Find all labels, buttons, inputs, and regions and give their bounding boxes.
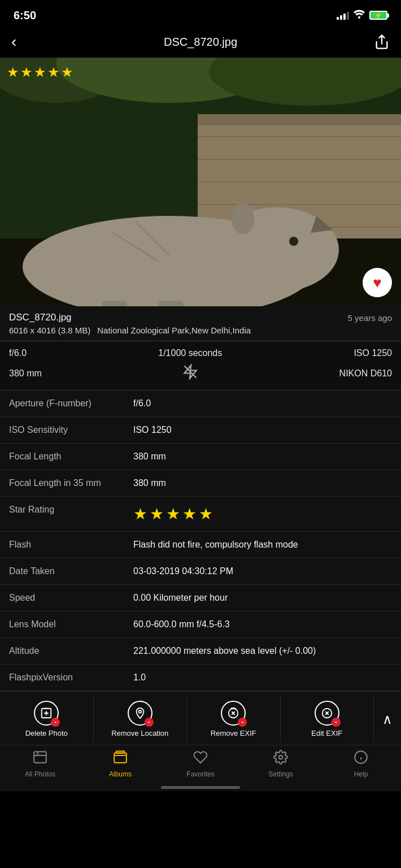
exif-value-lens: 60.0-600.0 mm f/4.5-6.3: [133, 619, 392, 630]
exif-row-date: Date Taken 03-03-2019 04:30:12 PM: [0, 558, 401, 585]
tab-settings-label: Settings: [268, 770, 293, 778]
remove-exif-button[interactable]: - Remove EXIF: [187, 696, 281, 743]
edit-exif-badge: -: [332, 718, 341, 727]
flash-off-icon: [182, 364, 198, 383]
exif-row-flashpix: FlashpixVersion 1.0: [0, 665, 401, 691]
all-photos-icon: [33, 750, 47, 768]
exif-star-5: ★: [199, 505, 213, 523]
edit-exif-icon-wrap: -: [315, 701, 339, 726]
exif-star-1: ★: [133, 505, 147, 523]
tab-all-photos[interactable]: All Photos: [0, 750, 80, 778]
svg-point-26: [138, 710, 141, 713]
exif-star-4: ★: [182, 505, 197, 523]
exif-row-focal: Focal Length 380 mm: [0, 444, 401, 470]
home-bar: [161, 786, 240, 789]
photo-info-row1: DSC_8720.jpg 5 years ago: [9, 312, 392, 323]
exif-row-stars: Star Rating ★ ★ ★ ★ ★: [0, 497, 401, 532]
exif-label-flash: Flash: [9, 540, 133, 550]
exif-label-altitude: Altitude: [9, 646, 133, 656]
photo-image: ★ ★ ★ ★ ★ ♥: [0, 58, 401, 306]
svg-rect-33: [116, 751, 124, 753]
exif-table: Aperture (F-number) f/6.0 ISO Sensitivit…: [0, 390, 401, 691]
specs-row-2: 380 mm NIKON D610: [9, 364, 392, 383]
svg-point-18: [289, 237, 298, 246]
help-icon: [354, 750, 368, 768]
exif-row-focal35: Focal Length in 35 mm 380 mm: [0, 470, 401, 497]
status-time: 6:50: [14, 9, 36, 22]
tab-favorites[interactable]: Favorites: [160, 750, 241, 778]
exif-label-iso: ISO Sensitivity: [9, 425, 133, 435]
svg-point-0: [358, 16, 360, 19]
tab-bar: All Photos Albums Favorites Settings: [0, 745, 401, 782]
star-3: ★: [34, 64, 46, 80]
star-4: ★: [47, 64, 60, 80]
exif-label-stars: Star Rating: [9, 505, 133, 515]
chevron-up-button[interactable]: ∧: [374, 696, 401, 743]
exif-label-flashpix: FlashpixVersion: [9, 672, 133, 683]
star-2: ★: [20, 64, 33, 80]
specs-row-1: f/6.0 1/1000 seconds ISO 1250: [9, 348, 392, 358]
exif-row-altitude: Altitude 221.000000 meters above sea lev…: [0, 638, 401, 665]
photo-age: 5 years ago: [348, 313, 392, 323]
exif-value-iso: ISO 1250: [133, 425, 392, 435]
tab-settings[interactable]: Settings: [241, 750, 321, 778]
star-rating-row: ★ ★ ★ ★ ★: [133, 505, 392, 523]
exif-row-lens: Lens Model 60.0-600.0 mm f/4.5-6.3: [0, 611, 401, 638]
exif-value-flash: Flash did not fire, compulsory flash mod…: [133, 540, 392, 550]
status-icons: ⚡: [337, 10, 387, 21]
star-1: ★: [7, 64, 19, 80]
remove-location-badge: -: [145, 718, 154, 727]
iso-spec: ISO 1250: [354, 348, 392, 358]
battery-icon: ⚡: [369, 11, 387, 20]
heart-button[interactable]: ♥: [363, 268, 392, 297]
exif-label-focal35: Focal Length in 35 mm: [9, 478, 133, 488]
tab-favorites-label: Favorites: [186, 770, 214, 778]
chevron-up-icon: ∧: [382, 711, 393, 727]
exif-star-2: ★: [150, 505, 164, 523]
exif-value-flashpix: 1.0: [133, 672, 392, 683]
shutter-spec: 1/1000 seconds: [158, 348, 222, 358]
signal-icon: [337, 11, 349, 20]
tab-all-photos-label: All Photos: [25, 770, 55, 778]
svg-rect-32: [114, 753, 127, 762]
exif-value-date: 03-03-2019 04:30:12 PM: [133, 566, 392, 576]
delete-photo-button[interactable]: - Delete Photo: [0, 696, 94, 743]
action-bar: - Delete Photo - Remove Location: [0, 691, 401, 745]
exif-value-speed: 0.00 Kilometer per hour: [133, 593, 392, 603]
tab-help[interactable]: Help: [321, 750, 401, 778]
photo-dimensions: 6016 x 4016 (3.8 MB): [9, 326, 90, 335]
nav-header: ‹ DSC_8720.jpg: [0, 28, 401, 58]
remove-location-label: Remove Location: [111, 729, 168, 738]
share-button[interactable]: [367, 34, 390, 50]
exif-value-aperture: f/6.0: [133, 398, 392, 409]
exif-value-focal35: 380 mm: [133, 478, 392, 488]
photo-location: National Zoological Park,New Delhi,India: [97, 326, 251, 335]
tab-albums-label: Albums: [109, 770, 132, 778]
svg-rect-7: [198, 114, 401, 125]
exif-star-3: ★: [166, 505, 180, 523]
tech-specs-bar: f/6.0 1/1000 seconds ISO 1250 380 mm NIK…: [0, 341, 401, 390]
back-button[interactable]: ‹: [11, 33, 34, 51]
favorites-icon: [193, 750, 208, 768]
tab-albums[interactable]: Albums: [80, 750, 160, 778]
remove-location-button[interactable]: - Remove Location: [94, 696, 188, 743]
albums-icon: [113, 750, 128, 768]
svg-rect-29: [34, 752, 46, 763]
svg-rect-20: [158, 301, 184, 306]
svg-point-34: [279, 755, 283, 759]
home-indicator: [0, 782, 401, 791]
edit-exif-button[interactable]: - Edit EXIF: [281, 696, 374, 743]
status-bar: 6:50 ⚡: [0, 0, 401, 28]
star-5: ★: [61, 64, 73, 80]
focal-length-spec: 380 mm: [9, 368, 42, 379]
remove-exif-label: Remove EXIF: [211, 729, 256, 738]
edit-exif-label: Edit EXIF: [311, 729, 342, 738]
exif-value-altitude: 221.000000 meters above sea level (+/- 0…: [133, 646, 392, 656]
camera-spec: NIKON D610: [339, 368, 392, 379]
delete-photo-icon-wrap: -: [34, 701, 59, 726]
photo-container: ★ ★ ★ ★ ★ ♥: [0, 58, 401, 306]
settings-icon: [273, 750, 288, 768]
photo-info-row2: 6016 x 4016 (3.8 MB) National Zoological…: [9, 326, 392, 335]
exif-row-flash: Flash Flash did not fire, compulsory fla…: [0, 532, 401, 558]
remove-exif-icon-wrap: -: [221, 701, 246, 726]
